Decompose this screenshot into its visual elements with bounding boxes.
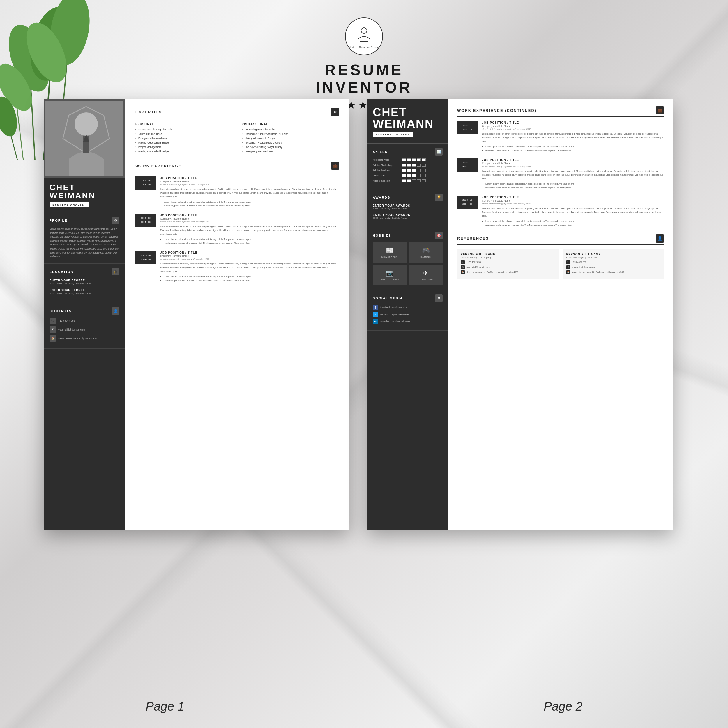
newspaper-icon: 📰 [376,247,404,254]
work-date-2: 2002 - 06 2004 - 08 [135,214,156,227]
ref-1-email: ✉ yourmaiid@domain.com [461,265,555,269]
work-date-1: 2002 - 06 2004 - 08 [135,176,156,190]
skill-bar [407,179,411,182]
hobby-photography-label: PHOTOGRAPHY [376,278,404,281]
ref-2-address-text: street, state/country, Zip Code code wit… [572,271,624,274]
page2-work-details-2: JOB POSITION / TITLE Company / Institute… [482,158,664,190]
ref-address-icon-2: 🏠 [566,270,570,274]
skill-bar [407,164,411,167]
skill-bar [422,158,426,161]
professional-item-5: Folding And Putting Away Laundry [242,145,339,148]
page2-work-company-1: Company / Institute Name [482,125,664,127]
work-details-1: JOB POSITION / TITLE Company / Institute… [160,176,339,208]
ref-phone-icon-2: 📞 [566,260,570,265]
page2-work-company-2: Company / Institute Name [482,162,664,165]
references-section: REFERENCES 👤 PERSON FULL NAME General Ma… [457,234,664,279]
ref-email-icon: ✉ [461,265,465,269]
work-bullets-3: Lorem ipsum dolor sit amet, consectetur … [160,275,339,283]
work-date-3: 2002 - 06 2004 - 08 [135,251,156,264]
gaming-icon: 🎮 [412,247,440,254]
skill-4-name: Powerpoint [373,174,399,177]
contact-address: 🏠 street, state/country, zip code 4568 [49,335,119,341]
skill-2-name: Adobe Photoshop [373,164,399,167]
skill-bar [417,174,421,177]
work-details-2: JOB POSITION / TITLE Company / Institute… [160,214,339,245]
personal-column: PERSONAL Setting And Clearing The Table … [135,122,233,154]
ref-2-email: ✉ yourmaiid@domain.com [566,265,661,269]
facebook-icon: f [373,305,378,310]
youtube-text: youtube.com/channelname [380,320,410,323]
professional-col-title: PROFESSIONAL [242,122,339,126]
skill-2: Adobe Photoshop [373,164,443,167]
experties-icon: ⚙ [331,108,339,116]
logo-circle: Modern Resume Design [345,17,383,55]
profile-photo [44,99,125,177]
page2-work-bullets-3: Lorem ipsum dolor sit amet, consectetur … [482,220,664,227]
skill-bar [417,169,421,172]
skill-bar [407,174,411,177]
references-header: REFERENCES 👤 [457,234,664,245]
skill-bar [402,174,406,177]
ref-1-address-text: street, state/country, Zip Code code wit… [466,271,518,274]
experties-columns: PERSONAL Setting And Clearing The Table … [135,122,339,154]
profile-text: Lorem ipsum dolor sit amet, consectetur … [49,227,119,259]
page2-work-date-1: 2002 - 06 2004 - 08 [457,121,477,134]
work-item-3: 2002 - 06 2004 - 08 JOB POSITION / TITLE… [135,251,339,283]
skill-bar [412,158,416,161]
name-first: CHET [49,184,119,192]
skill-bar [417,164,421,167]
page2-name-first: CHET [373,106,443,118]
ref-2-phone-text: +123 4567 893 [572,261,586,263]
page2-sidebar: CHET WEIMANN SYSTEMS ANALYST SKILLS 📊 Mi… [367,99,448,530]
experties-section: EXPERTIES ⚙ PERSONAL Setting And Clearin… [135,108,339,154]
page2-work-bullets-1: Lorem ipsum dolor sit amet, consectetur … [482,145,664,153]
page2-work-address-3: street, state/country, zip code with cou… [482,202,664,205]
work-bullet-3-1: Lorem ipsum dolor sit amet, consectetur … [160,275,339,279]
skill-bar [417,179,421,182]
social-media-title: SOCIAL MEDIA [373,297,403,300]
degree-2-year: 2002 - 2004 / University / Institute Nam… [49,292,119,295]
page1-sidebar: CHET WEIMANN SYSTEMS ANALYST PROFILE ⚙ L… [44,99,125,530]
page2-name-section: CHET WEIMANN SYSTEMS ANALYST [367,99,448,144]
contacts-title: CONTACTS [49,309,72,313]
address-text: street, state/country, zip code 4568 [58,337,97,340]
work-date-end-2: 2004 - 08 [137,220,154,224]
hobby-gaming: 🎮 Gaming [409,242,443,263]
work-experience-title: WORK EXPERIENCE [135,164,182,168]
award-1-year: 2004 / University / Institute Name [373,207,443,210]
page2-work-bullet-2-1: Lorem ipsum dolor sit amet, consectetur … [482,182,664,186]
page2-job-badge: SYSTEMS ANALYST [373,132,413,137]
profile-title: PROFILE [49,219,67,222]
ref-1-email-text: yourmaiid@domain.com [466,266,490,269]
ref-email-icon-2: ✉ [566,265,570,269]
social-twitter: t twitter.com/yourusername [373,312,443,317]
work-date-start-2: 2002 - 06 [137,216,154,220]
work-date-start-3: 2002 - 06 [137,253,154,257]
svg-point-11 [361,28,367,34]
reference-2: PERSON FULL NAME General Manager || Comp… [563,249,664,279]
personal-item-3: Emergency Preparedness [135,137,233,140]
phone-icon: 📞 [49,318,56,324]
awards-section: AWARDS 🏆 ENTER YOUR AWARDS 2004 / Univer… [367,189,448,228]
skill-bar [402,179,406,182]
social-media-icon: ⚙ [435,294,443,302]
page2-work-bullet-2-2: maximus, porta risus ut, rhoncus nisi. T… [482,186,664,190]
page2-work-position-3: JOB POSITION / TITLE [482,196,664,199]
page2-work-desc-2: Lorem ipsum dolor sit amet, consectetur … [482,170,664,180]
work-experience-section: WORK EXPERIENCE 💼 2002 - 06 2004 - 08 JO… [135,162,339,283]
education-title: EDUCATION [49,270,74,274]
page2-work-bullet-3-1: Lorem ipsum dolor sit amet, consectetur … [482,220,664,223]
ref-1-name: PERSON FULL NAME [461,253,555,256]
email-text: yourmaiid@domain.com [58,328,85,331]
youtube-icon: in [373,319,378,324]
hobbies-title: HOBBIES [373,234,392,237]
professional-item-6: Emergency Preparedness [242,150,339,153]
awards-icon: 🏆 [435,194,443,201]
work-position-2: JOB POSITION / TITLE [160,214,339,217]
personal-item-6: Making A Household Budget [135,150,233,153]
award-1-title: ENTER YOUR AWARDS [373,204,443,207]
page2-main-content: WORK EXPERIENCE (CONTINUED) 💼 2002 - 06 … [448,99,673,530]
work-company-2: Company / Institute Name [160,217,339,220]
skill-4-bars [402,174,426,177]
work-bullet-1-2: maximus, porta risus ut, rhoncus nisi. T… [160,204,339,208]
